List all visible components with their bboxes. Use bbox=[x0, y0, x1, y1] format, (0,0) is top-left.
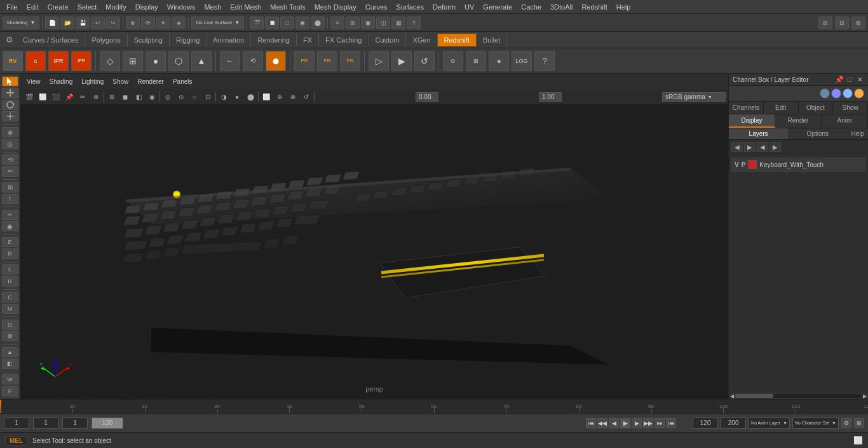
vp-menu-panels[interactable]: Panels bbox=[169, 77, 196, 86]
lst-layers[interactable]: Layers bbox=[729, 128, 788, 139]
icon-btn6[interactable]: ? bbox=[407, 17, 421, 29]
snap-curve[interactable]: ⌇ bbox=[2, 194, 18, 204]
menu-uv[interactable]: UV bbox=[461, 2, 478, 12]
vp-zoom-btn[interactable]: ⬛ bbox=[50, 90, 62, 103]
lst-options[interactable]: Options bbox=[788, 128, 847, 139]
icon-btn5[interactable]: ▦ bbox=[391, 17, 405, 29]
soft-mod[interactable]: ◎ bbox=[2, 139, 18, 149]
transport-next-frame[interactable]: ▶ bbox=[632, 418, 642, 428]
tab-xgen[interactable]: XGen bbox=[406, 34, 437, 46]
shelf-icon3[interactable]: ◈ bbox=[489, 51, 509, 71]
vp-gamma-select[interactable]: sRGB gamma ▼ bbox=[662, 92, 726, 102]
lst-help[interactable]: Help bbox=[847, 128, 868, 139]
vp-menu-lighting[interactable]: Lighting bbox=[78, 77, 107, 86]
shelf-ipr[interactable]: IPR bbox=[48, 51, 69, 71]
crease-tool[interactable]: C bbox=[2, 292, 18, 302]
range-total-input[interactable] bbox=[721, 417, 746, 429]
universal-manip[interactable]: ⊕ bbox=[2, 127, 18, 137]
menu-curves[interactable]: Curves bbox=[362, 2, 391, 12]
shelf-icon2[interactable]: ⊞ bbox=[466, 51, 486, 71]
extrude-btn[interactable]: E bbox=[2, 237, 18, 247]
vp-wire-btn[interactable]: ⊞ bbox=[105, 90, 118, 103]
layer-arrow-right[interactable]: ▶ bbox=[744, 142, 756, 152]
vp-snap-btn[interactable]: 📌 bbox=[63, 90, 76, 103]
vp-extra3[interactable]: ⊗ bbox=[287, 90, 299, 103]
transport-prev-key[interactable]: ◀◀ bbox=[597, 418, 607, 428]
icon-btn4[interactable]: ◫ bbox=[376, 17, 390, 29]
tab-edit[interactable]: Edit bbox=[764, 102, 799, 114]
layer-playback[interactable]: P bbox=[742, 161, 746, 168]
menu-surfaces[interactable]: Surfaces bbox=[393, 2, 428, 12]
snap-grid[interactable]: ⊞ bbox=[2, 182, 18, 192]
transport-next-key[interactable]: ▶▶ bbox=[643, 418, 653, 428]
menu-modify[interactable]: Modify bbox=[102, 2, 130, 12]
subtab-anim[interactable]: Anim bbox=[822, 114, 868, 128]
menu-3dtoall[interactable]: 3DtoAll bbox=[546, 2, 576, 12]
paint-btn[interactable]: ✦ bbox=[156, 17, 170, 29]
flatten-btn[interactable]: F bbox=[2, 386, 18, 396]
vp-extra2[interactable]: ⊛ bbox=[273, 90, 286, 103]
tab-animation[interactable]: Animation bbox=[207, 34, 251, 46]
scroll-right-arrow[interactable]: ▶ bbox=[863, 393, 867, 399]
rp-expand-icon[interactable]: □ bbox=[845, 75, 854, 84]
select-tool-btn[interactable]: ⊕ bbox=[126, 17, 140, 29]
shelf-ball[interactable]: ⬤ bbox=[266, 51, 286, 71]
vp-xray-btn[interactable]: ⊙ bbox=[175, 90, 187, 103]
shelf-pr2[interactable]: PR bbox=[317, 51, 337, 71]
anim-prefs-btn[interactable]: ⚙ bbox=[841, 418, 851, 428]
lasso-select[interactable]: ⟲ bbox=[2, 154, 18, 165]
color-btn-orange[interactable] bbox=[854, 88, 864, 98]
shelf-cam[interactable]: c bbox=[25, 51, 46, 71]
range-end-input[interactable] bbox=[92, 417, 123, 429]
layer-color-swatch[interactable] bbox=[748, 160, 757, 169]
pivot-btn[interactable]: ⊡ bbox=[2, 320, 18, 330]
shelf-log[interactable]: LOG bbox=[512, 51, 532, 71]
tab-rendering[interactable]: Rendering bbox=[251, 34, 297, 46]
transport-go-start[interactable]: ⏮ bbox=[586, 418, 596, 428]
transport-play-fwd[interactable]: ▶ bbox=[620, 418, 630, 428]
vp-sel-btn[interactable]: ⊕ bbox=[90, 90, 102, 103]
undo-btn[interactable]: ↩ bbox=[91, 17, 105, 29]
tab-custom[interactable]: Custom bbox=[369, 34, 407, 46]
menu-deform[interactable]: Deform bbox=[429, 2, 459, 12]
shelf-rv[interactable]: RV bbox=[3, 51, 23, 71]
vp-paint-btn[interactable]: ✏ bbox=[76, 90, 89, 103]
timeline-ruler[interactable]: 1102030405060708090100110120 bbox=[0, 400, 868, 413]
scroll-track[interactable] bbox=[735, 394, 862, 398]
menu-create[interactable]: Create bbox=[44, 2, 72, 12]
shelf-icon1[interactable]: ⊙ bbox=[443, 51, 463, 71]
menu-file[interactable]: File bbox=[3, 2, 22, 12]
transport-go-end[interactable]: ⏭ bbox=[654, 418, 665, 428]
select-tool[interactable] bbox=[2, 76, 18, 86]
shelf-spring[interactable]: ⟲ bbox=[243, 51, 263, 71]
vp-num1[interactable] bbox=[416, 92, 438, 102]
poke-btn[interactable]: ▲ bbox=[2, 347, 18, 357]
shelf-pr1[interactable]: PR bbox=[294, 51, 315, 71]
menu-help[interactable]: Help bbox=[613, 2, 635, 12]
shelf-play2[interactable]: ▶ bbox=[391, 51, 412, 71]
connect-tool[interactable]: ◉ bbox=[2, 221, 18, 231]
color-btn-gray[interactable] bbox=[820, 88, 830, 98]
vp-num2[interactable] bbox=[539, 92, 562, 102]
color-btn-red[interactable] bbox=[831, 88, 841, 98]
shelf-play1[interactable]: ▷ bbox=[369, 51, 389, 71]
ring-tool[interactable]: R bbox=[2, 276, 18, 286]
snap-pivot[interactable]: ⊠ bbox=[2, 331, 18, 341]
tab-bullet[interactable]: Bullet bbox=[477, 34, 508, 46]
vp-mat-btn[interactable]: ● bbox=[231, 90, 243, 103]
status-icon-right[interactable]: ⬜ bbox=[853, 436, 863, 445]
paint-tool[interactable]: ✏ bbox=[2, 166, 18, 176]
vp-menu-view[interactable]: View bbox=[23, 77, 44, 86]
vp-light-btn[interactable]: ◉ bbox=[146, 90, 158, 103]
tab-show[interactable]: Show bbox=[833, 102, 868, 114]
workspace-btn[interactable]: ⊞ bbox=[818, 17, 832, 29]
shelf-cone[interactable]: ▲ bbox=[191, 51, 212, 71]
no-char-set-dropdown[interactable]: No Character Set ▼ bbox=[792, 417, 839, 429]
shelf-grid[interactable]: ⊞ bbox=[123, 51, 143, 71]
bevel-btn[interactable]: B bbox=[2, 248, 18, 259]
menu-edit[interactable]: Edit bbox=[23, 2, 43, 12]
wedge-btn[interactable]: ◧ bbox=[2, 358, 18, 369]
color-btn-green[interactable] bbox=[843, 88, 853, 98]
vp-extra1[interactable]: ⬜ bbox=[260, 90, 273, 103]
live-surface-dropdown[interactable]: No Live Surface ▼ bbox=[191, 17, 244, 29]
